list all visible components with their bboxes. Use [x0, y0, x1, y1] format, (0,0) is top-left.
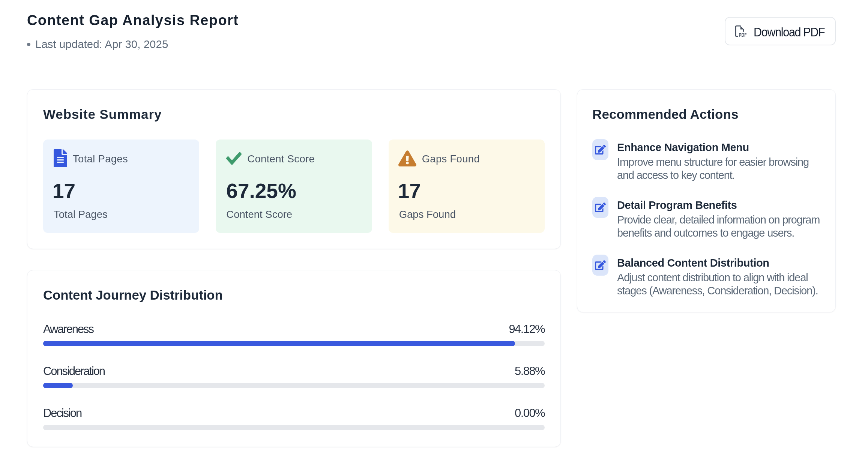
svg-text:PDF: PDF: [739, 32, 746, 37]
